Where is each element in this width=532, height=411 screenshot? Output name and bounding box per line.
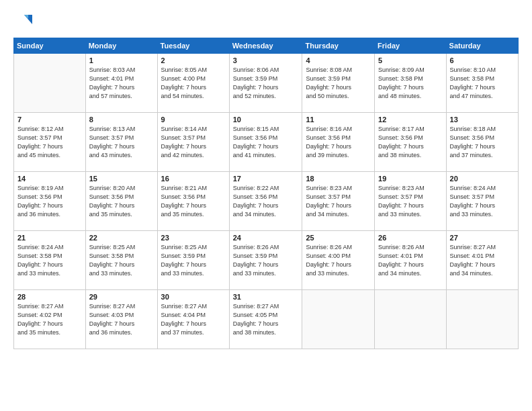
day-info-line: and 50 minutes. — [306, 92, 371, 101]
day-info-line: Daylight: 7 hours — [17, 142, 82, 151]
day-info-line: Daylight: 7 hours — [161, 83, 226, 92]
day-info-line: and 38 minutes. — [233, 328, 299, 337]
calendar-cell — [446, 290, 518, 349]
day-info-line: Sunset: 3:58 PM — [17, 252, 82, 261]
day-number: 22 — [89, 234, 154, 242]
day-info-line: and 41 minutes. — [233, 151, 299, 160]
day-info-line: Daylight: 7 hours — [450, 261, 515, 269]
day-info-line: Sunrise: 8:16 AM — [306, 125, 371, 134]
day-info-line: Sunrise: 8:26 AM — [378, 243, 442, 252]
calendar-cell: 22Sunrise: 8:25 AMSunset: 3:58 PMDayligh… — [85, 231, 157, 290]
day-number: 18 — [306, 175, 371, 183]
day-info-line: and 38 minutes. — [378, 151, 442, 160]
day-info-line: Sunset: 3:59 PM — [161, 252, 226, 261]
day-info-line: and 39 minutes. — [306, 151, 371, 160]
day-info-line: and 35 minutes. — [161, 210, 226, 219]
header-saturday: Saturday — [446, 38, 518, 54]
day-info-line: Sunrise: 8:27 AM — [17, 302, 82, 311]
day-info-line: Sunset: 4:02 PM — [17, 311, 82, 320]
calendar-cell: 18Sunrise: 8:23 AMSunset: 3:57 PMDayligh… — [302, 172, 375, 231]
calendar-cell: 8Sunrise: 8:13 AMSunset: 3:57 PMDaylight… — [85, 113, 157, 172]
day-info-line: Daylight: 7 hours — [161, 201, 226, 210]
day-info-line: Sunrise: 8:26 AM — [306, 243, 371, 252]
calendar-cell: 2Sunrise: 8:05 AMSunset: 4:00 PMDaylight… — [157, 54, 229, 113]
day-info-line: Sunrise: 8:26 AM — [233, 243, 299, 252]
day-number: 14 — [17, 175, 82, 183]
day-info-line: Daylight: 7 hours — [233, 201, 299, 210]
week-row-4: 21Sunrise: 8:24 AMSunset: 3:58 PMDayligh… — [14, 231, 519, 290]
calendar-cell: 20Sunrise: 8:24 AMSunset: 3:57 PMDayligh… — [446, 172, 518, 231]
calendar-cell: 5Sunrise: 8:09 AMSunset: 3:58 PMDaylight… — [375, 54, 446, 113]
header-monday: Monday — [85, 38, 157, 54]
day-info-line: Sunrise: 8:19 AM — [17, 184, 82, 193]
day-number: 17 — [233, 175, 299, 183]
day-info-line: Sunrise: 8:20 AM — [89, 184, 154, 193]
day-info-line: Sunrise: 8:09 AM — [378, 66, 442, 75]
day-info-line: and 36 minutes. — [89, 328, 154, 337]
day-number: 1 — [89, 56, 154, 64]
day-info-line: Sunset: 3:57 PM — [378, 193, 442, 201]
day-info-line: Daylight: 7 hours — [378, 261, 442, 269]
day-info-line: Sunrise: 8:24 AM — [450, 184, 515, 193]
day-number: 9 — [161, 116, 226, 124]
day-number: 11 — [306, 116, 371, 124]
day-number: 26 — [378, 234, 442, 242]
day-info-line: and 52 minutes. — [233, 92, 299, 101]
day-info-line: Sunset: 4:01 PM — [378, 252, 442, 261]
day-info-line: Sunrise: 8:22 AM — [233, 184, 299, 193]
day-info-line: and 33 minutes. — [233, 269, 299, 278]
day-info-line: and 54 minutes. — [161, 92, 226, 101]
week-row-3: 14Sunrise: 8:19 AMSunset: 3:56 PMDayligh… — [14, 172, 519, 231]
day-info-line: Sunrise: 8:08 AM — [306, 66, 371, 75]
day-info-line: Sunrise: 8:03 AM — [89, 66, 154, 75]
day-info-line: and 57 minutes. — [89, 92, 154, 101]
day-info-line: Daylight: 7 hours — [450, 201, 515, 210]
day-info-line: and 37 minutes. — [450, 151, 515, 160]
day-info-line: Sunrise: 8:27 AM — [450, 243, 515, 252]
day-info-line: Sunset: 3:58 PM — [89, 252, 154, 261]
day-info-line: Sunset: 3:58 PM — [450, 75, 515, 83]
day-info-line: and 33 minutes. — [378, 210, 442, 219]
calendar-cell — [14, 54, 86, 113]
day-number: 12 — [378, 116, 442, 124]
day-info-line: Sunset: 4:01 PM — [89, 75, 154, 83]
header — [13, 12, 519, 31]
day-number: 28 — [17, 293, 82, 301]
calendar-cell: 24Sunrise: 8:26 AMSunset: 3:59 PMDayligh… — [229, 231, 302, 290]
calendar-cell — [375, 290, 446, 349]
day-info-line: Sunset: 3:56 PM — [450, 134, 515, 142]
day-number: 7 — [17, 116, 82, 124]
day-info-line: Daylight: 7 hours — [17, 201, 82, 210]
day-info-line: and 35 minutes. — [89, 210, 154, 219]
page: SundayMondayTuesdayWednesdayThursdayFrid… — [0, 0, 532, 411]
header-wednesday: Wednesday — [229, 38, 302, 54]
calendar-cell: 1Sunrise: 8:03 AMSunset: 4:01 PMDaylight… — [85, 54, 157, 113]
day-info-line: Sunset: 3:57 PM — [161, 134, 226, 142]
day-info-line: Sunrise: 8:12 AM — [17, 125, 82, 134]
calendar-cell: 19Sunrise: 8:23 AMSunset: 3:57 PMDayligh… — [375, 172, 446, 231]
day-info-line: Sunset: 4:03 PM — [89, 311, 154, 320]
calendar-cell: 14Sunrise: 8:19 AMSunset: 3:56 PMDayligh… — [14, 172, 86, 231]
day-info-line: and 48 minutes. — [378, 92, 442, 101]
calendar-cell: 12Sunrise: 8:17 AMSunset: 3:56 PMDayligh… — [375, 113, 446, 172]
calendar-cell: 11Sunrise: 8:16 AMSunset: 3:56 PMDayligh… — [302, 113, 375, 172]
day-info-line: and 33 minutes. — [161, 269, 226, 278]
day-info-line: Sunset: 3:56 PM — [89, 193, 154, 201]
day-info-line: Sunset: 3:59 PM — [306, 75, 371, 83]
day-info-line: Sunrise: 8:27 AM — [161, 302, 226, 311]
day-info-line: Daylight: 7 hours — [89, 201, 154, 210]
header-thursday: Thursday — [302, 38, 375, 54]
day-info-line: Sunset: 4:04 PM — [161, 311, 226, 320]
day-info-line: Daylight: 7 hours — [89, 83, 154, 92]
day-number: 10 — [233, 116, 299, 124]
calendar-cell: 9Sunrise: 8:14 AMSunset: 3:57 PMDaylight… — [157, 113, 229, 172]
day-info-line: Sunrise: 8:25 AM — [89, 243, 154, 252]
day-info-line: and 33 minutes. — [306, 269, 371, 278]
day-info-line: Sunset: 3:58 PM — [378, 75, 442, 83]
week-row-5: 28Sunrise: 8:27 AMSunset: 4:02 PMDayligh… — [14, 290, 519, 349]
day-info-line: Daylight: 7 hours — [378, 83, 442, 92]
day-info-line: Sunset: 4:01 PM — [450, 252, 515, 261]
day-info-line: and 34 minutes. — [450, 269, 515, 278]
day-info-line: and 36 minutes. — [17, 210, 82, 219]
day-info-line: Sunrise: 8:18 AM — [450, 125, 515, 134]
